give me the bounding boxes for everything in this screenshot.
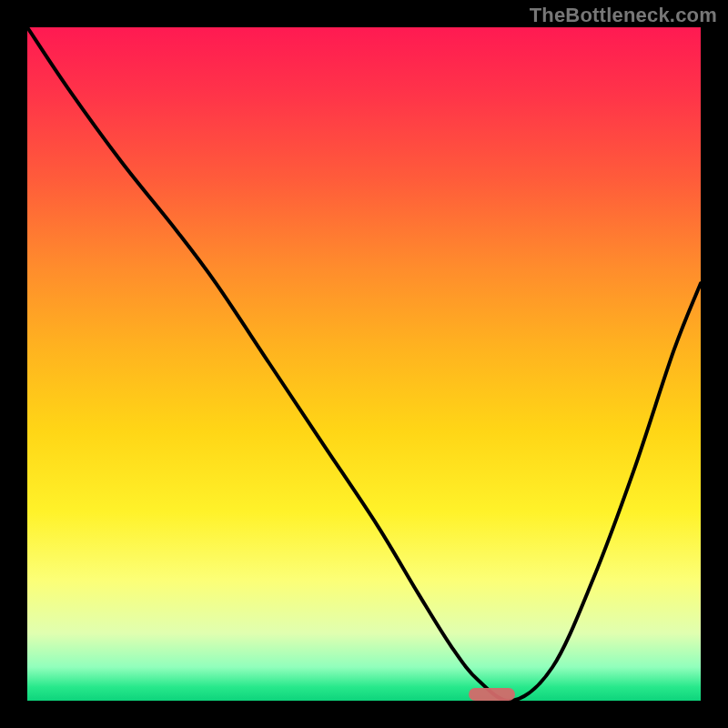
watermark-text: TheBottleneck.com: [530, 4, 717, 27]
chart-frame: TheBottleneck.com: [0, 0, 728, 728]
optimal-range-marker: [469, 688, 516, 701]
curve-overlay: [27, 27, 701, 701]
plot-area: [27, 27, 701, 701]
bottleneck-curve: [27, 27, 701, 701]
